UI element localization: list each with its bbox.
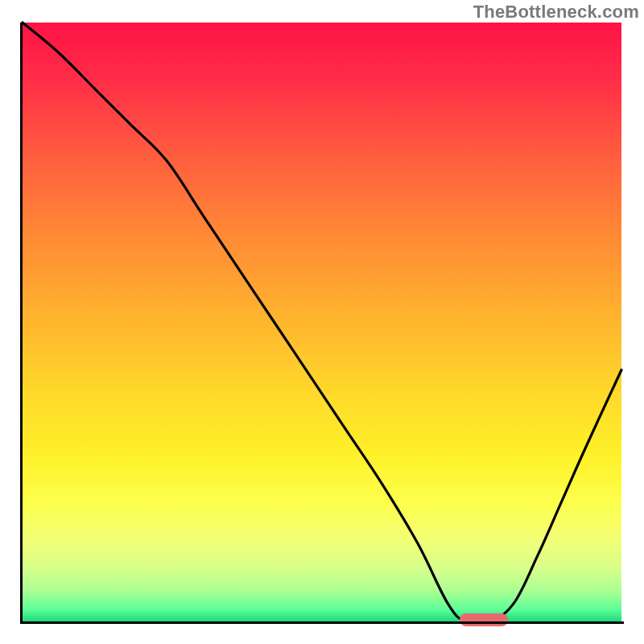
y-axis-spine — [20, 23, 23, 624]
watermark-text: TheBottleneck.com — [473, 2, 639, 23]
chart-root: TheBottleneck.com — [0, 0, 644, 644]
optimal-range-marker — [460, 613, 508, 626]
plot-area — [23, 23, 621, 621]
bottleneck-curve — [23, 23, 621, 621]
x-axis-spine — [20, 621, 624, 624]
